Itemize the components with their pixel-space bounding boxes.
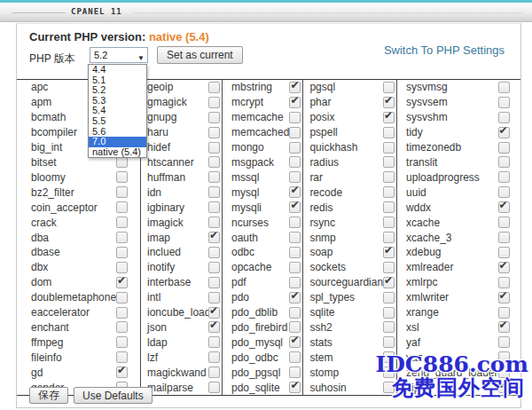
extension-checkbox[interactable] [208,247,220,258]
extension-checkbox[interactable] [498,367,510,378]
extension-checkbox[interactable]: ✔ [498,292,510,304]
extension-checkbox[interactable] [498,156,510,168]
extension-checkbox[interactable] [116,307,128,319]
extension-checkbox[interactable] [116,351,128,363]
extension-checkbox[interactable] [208,382,220,393]
extension-checkbox[interactable] [289,142,301,154]
extension-checkbox[interactable] [208,82,220,93]
extension-checkbox[interactable]: ✔ [289,82,301,93]
extension-checkbox[interactable]: ✔ [383,247,395,258]
extension-checkbox[interactable] [383,232,395,243]
extension-checkbox[interactable] [498,247,510,258]
extension-checkbox[interactable] [498,82,510,93]
extension-checkbox[interactable] [383,156,395,168]
extension-checkbox[interactable] [116,232,128,243]
extension-checkbox[interactable] [498,97,510,108]
extension-checkbox[interactable] [116,171,128,183]
extension-checkbox[interactable]: ✔ [498,262,510,273]
extension-checkbox[interactable]: ✔ [383,97,395,108]
extension-checkbox[interactable] [208,127,220,138]
extension-checkbox[interactable] [116,217,128,228]
extension-checkbox[interactable] [383,201,395,213]
extension-checkbox[interactable] [498,336,510,348]
extension-checkbox[interactable] [498,217,510,228]
extension-checkbox[interactable] [498,307,510,319]
extension-checkbox[interactable] [498,112,510,123]
extension-checkbox[interactable]: ✔ [289,201,301,213]
extension-checkbox[interactable]: ✔ [208,307,220,319]
extension-checkbox[interactable] [383,217,395,228]
extension-checkbox[interactable] [383,321,395,333]
extension-checkbox[interactable] [208,277,220,288]
extension-checkbox[interactable] [498,142,510,154]
extension-checkbox[interactable] [289,127,301,138]
extension-checkbox[interactable]: ✔ [498,321,510,333]
extension-checkbox[interactable] [289,307,301,319]
extension-checkbox[interactable] [208,142,220,154]
extension-checkbox[interactable] [116,201,128,213]
extension-checkbox[interactable] [383,382,395,393]
extension-checkbox[interactable] [498,351,510,363]
extension-checkbox[interactable] [289,351,301,363]
extension-checkbox[interactable] [208,171,220,183]
extension-checkbox[interactable] [289,232,301,243]
extension-checkbox[interactable]: ✔ [289,292,301,304]
extension-checkbox[interactable] [116,292,128,304]
extension-checkbox[interactable] [289,262,301,273]
extension-checkbox[interactable] [208,367,220,378]
extension-checkbox[interactable] [208,201,220,213]
extension-checkbox[interactable] [208,186,220,198]
extension-checkbox[interactable] [208,336,220,348]
extension-checkbox[interactable] [289,321,301,333]
extension-checkbox[interactable] [289,217,301,228]
extension-checkbox[interactable] [208,217,220,228]
extension-checkbox[interactable]: ✔ [208,321,220,333]
extension-checkbox[interactable] [116,247,128,258]
extension-checkbox[interactable] [383,292,395,304]
extension-checkbox[interactable] [383,351,395,363]
extension-checkbox[interactable] [116,321,128,333]
extension-checkbox[interactable] [383,367,395,378]
extension-checkbox[interactable] [208,156,220,168]
extension-checkbox[interactable]: ✔ [498,127,510,138]
extension-checkbox[interactable] [383,336,395,348]
extension-checkbox[interactable] [383,307,395,319]
extension-checkbox[interactable] [383,82,395,93]
extension-checkbox[interactable] [116,262,128,273]
extension-checkbox[interactable] [116,156,128,168]
extension-checkbox[interactable]: ✔ [289,382,301,393]
extension-checkbox[interactable]: ✔ [208,232,220,243]
dropdown-option[interactable]: 7.0 [89,137,146,147]
extension-checkbox[interactable]: ✔ [498,201,510,213]
dropdown-option[interactable]: native (5.4) [89,147,146,158]
dropdown-option[interactable]: 5.5 [89,116,146,127]
extension-checkbox[interactable]: ✔ [289,336,301,348]
extension-checkbox[interactable]: ✔ [116,367,128,378]
extension-checkbox[interactable] [498,277,510,288]
extension-checkbox[interactable]: ✔ [116,277,128,288]
extension-checkbox[interactable]: ✔ [383,112,395,123]
extension-checkbox[interactable] [383,262,395,273]
extension-checkbox[interactable] [289,156,301,168]
extension-checkbox[interactable] [498,171,510,183]
extension-checkbox[interactable] [498,232,510,243]
extension-checkbox[interactable] [289,171,301,183]
extension-checkbox[interactable] [116,186,128,198]
php-version-select[interactable]: 5.2 ▼ [90,47,148,63]
extension-checkbox[interactable] [116,336,128,348]
switch-to-php-settings-link[interactable]: Switch To PHP Settings [384,43,505,57]
extension-checkbox[interactable] [208,292,220,304]
dropdown-option[interactable]: 4.4 [89,65,146,75]
set-as-current-button[interactable]: Set as current [157,46,243,64]
extension-checkbox[interactable] [383,186,395,198]
extension-checkbox[interactable] [383,142,395,154]
extension-checkbox[interactable] [208,351,220,363]
extension-checkbox[interactable] [208,262,220,273]
extension-checkbox[interactable] [289,367,301,378]
extension-checkbox[interactable]: ✔ [383,277,395,288]
use-defaults-button[interactable]: Use Defaults [74,387,153,404]
save-button[interactable]: 保存 [29,387,68,404]
extension-checkbox[interactable] [208,112,220,123]
extension-checkbox[interactable] [289,112,301,123]
extension-checkbox[interactable]: ✔ [498,382,510,393]
